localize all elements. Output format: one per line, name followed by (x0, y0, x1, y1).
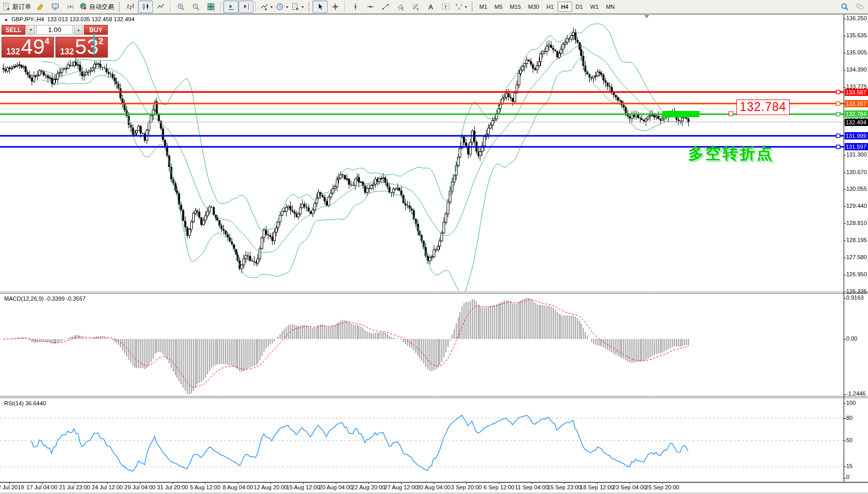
oneclick-toggle-icon[interactable]: ▲ (4, 17, 8, 22)
toolbar-button-signals[interactable] (63, 1, 78, 13)
rsi-tick-label: 100 (846, 400, 856, 406)
one-click-panel: SELL ▼ 1.00 ▲ BUY 132 49 4 132 53 2 (2, 25, 108, 58)
crosshair-icon (331, 3, 339, 11)
toolbar-button-text[interactable]: A (423, 1, 438, 13)
toolbar-separator (220, 2, 221, 12)
svg-text:F: F (417, 8, 419, 11)
volume-increase-button[interactable]: ▲ (74, 25, 83, 35)
toolbar-button-zoom-out[interactable] (188, 1, 203, 13)
cursor-icon (316, 3, 324, 11)
price-tick-label: 128.195 (846, 237, 867, 243)
toolbar-button-horizontal-line[interactable] (363, 1, 378, 13)
volume-decrease-button[interactable]: ▼ (26, 25, 35, 35)
chart-canvas[interactable] (0, 0, 868, 494)
rsi-tick-label: 80 (846, 415, 852, 421)
toolbar-button-crosshair[interactable] (328, 1, 343, 13)
vertical-line-object[interactable] (93, 33, 95, 55)
toolbar-button-candlestick-chart[interactable] (138, 1, 153, 13)
rsi-tick-label: 15 (846, 463, 852, 469)
candlestick-chart-icon (141, 3, 150, 11)
toolbar-button-arrows[interactable]: ▾ (453, 1, 468, 13)
autotrade-icon (79, 3, 88, 11)
toolbar-button-styler[interactable] (33, 1, 48, 13)
buy-button[interactable]: BUY (84, 25, 108, 35)
rsi-indicator-label: RSI(14) 36.6440 (4, 400, 46, 406)
macd-indicator-label: MACD(12,26,9) -0.3399 -0.3557 (4, 295, 86, 302)
toolbar-button-tile-windows[interactable] (203, 1, 218, 13)
toolbar-separator (255, 2, 257, 12)
toolbar-button-trendline[interactable] (378, 1, 393, 13)
sell-price-panel[interactable]: 132 49 4 (2, 37, 54, 58)
ohlc-values: 133.013 133.035 132.458 132.494 (47, 16, 134, 22)
tile-windows-icon (207, 3, 215, 11)
timeframe-button-M5[interactable]: M5 (491, 2, 506, 12)
toolbar-separator (308, 2, 310, 12)
community-chat-button[interactable] (852, 1, 867, 13)
timeframe-button-MN[interactable]: MN (602, 2, 618, 12)
price-tick-label: 131.300 (846, 151, 867, 158)
sell-price-sup: 4 (45, 37, 49, 46)
toolbar-button-line-chart[interactable] (153, 1, 168, 13)
line-chart-icon (156, 3, 165, 11)
macd-tick-label: 0.00 (846, 335, 857, 342)
chat-icon (856, 3, 864, 11)
price-callout-text: 132.784 (739, 100, 786, 114)
new-order-icon (3, 3, 11, 11)
signals-icon (66, 3, 75, 11)
line-handle[interactable] (729, 111, 733, 116)
chevron-down-icon: ▾ (465, 5, 467, 9)
buy-price-prefix: 132 (60, 48, 74, 55)
search-button[interactable] (837, 1, 852, 13)
symbol-info: ▲ GBPJPY-,H4 133.013 133.035 132.458 132… (4, 16, 134, 22)
price-level-badge: 133.587 (845, 89, 868, 96)
price-callout-box[interactable]: 132.784 (736, 100, 790, 115)
price-tick-label: 134.390 (846, 66, 867, 73)
toolbar-button-zoom-in[interactable] (173, 1, 188, 13)
toolbar-button-bar-chart[interactable] (123, 1, 138, 13)
toolbar-button-indicators[interactable]: ▾ (259, 1, 274, 13)
timeframe-button-H1[interactable]: H1 (543, 2, 557, 12)
toolbar-button-new-order[interactable]: 新订单 (1, 1, 33, 13)
rsi-tick-label: 0 (846, 474, 849, 480)
toolbar-button-terminal[interactable] (48, 1, 63, 13)
timeframe-button-H4[interactable]: H4 (558, 2, 572, 12)
price-level-badge: 131.999 (845, 132, 868, 139)
time-axis-label: 25 Sep 20:00 (642, 484, 683, 490)
macd-panel-splitter[interactable] (0, 290, 868, 294)
price-tick-label: 128.810 (846, 220, 867, 226)
rsi-panel-splitter[interactable] (0, 394, 868, 399)
sell-button[interactable]: SELL (2, 25, 25, 35)
buy-price-panel[interactable]: 132 53 2 (55, 37, 108, 58)
horizontal-line-icon (366, 3, 375, 11)
chart-annotation-text[interactable]: 多空转折点 (688, 143, 774, 164)
timeframe-button-W1[interactable]: W1 (587, 2, 603, 12)
toolbar-button-cursor[interactable] (312, 1, 328, 13)
timeframe-button-M15[interactable]: M15 (506, 2, 524, 12)
timeframe-button-M1[interactable]: M1 (476, 2, 491, 12)
highlight-rect[interactable] (662, 111, 700, 117)
chart-shift-marker[interactable] (644, 15, 649, 18)
toolbar: 新订单自动交易▾▾▾EFAT▾M1M5M15M30H1H4D1W1MN (0, 0, 868, 14)
price-level-badge: 131.597 (845, 143, 868, 150)
bar-chart-icon (126, 3, 135, 11)
toolbar-button-autotrade[interactable]: 自动交易 (78, 1, 116, 13)
timeframe-button-M30[interactable]: M30 (524, 2, 543, 12)
toolbar-button-equidistant-channel[interactable]: E (393, 1, 408, 13)
toolbar-separator (345, 2, 346, 12)
vertical-line-icon (351, 3, 360, 11)
toolbar-button-auto-scroll[interactable] (223, 1, 238, 13)
toolbar-button-fibonacci[interactable]: F (408, 1, 423, 13)
search-icon (841, 3, 849, 11)
timeframe-button-D1[interactable]: D1 (572, 2, 587, 12)
chart-shift-icon (242, 3, 250, 11)
toolbar-button-periods[interactable]: ▾ (274, 1, 290, 13)
price-tick-label: 135.005 (846, 49, 867, 55)
toolbar-button-vertical-line[interactable] (348, 1, 363, 13)
toolbar-button-templates[interactable]: ▾ (290, 1, 305, 13)
price-tick-label: 130.670 (846, 169, 867, 175)
autotrade-label: 自动交易 (89, 3, 114, 11)
volume-input[interactable]: 1.00 (36, 25, 73, 35)
toolbar-button-chart-shift[interactable] (238, 1, 253, 13)
buy-price-big: 53 (75, 38, 99, 55)
toolbar-button-text-label[interactable]: T (438, 1, 453, 13)
